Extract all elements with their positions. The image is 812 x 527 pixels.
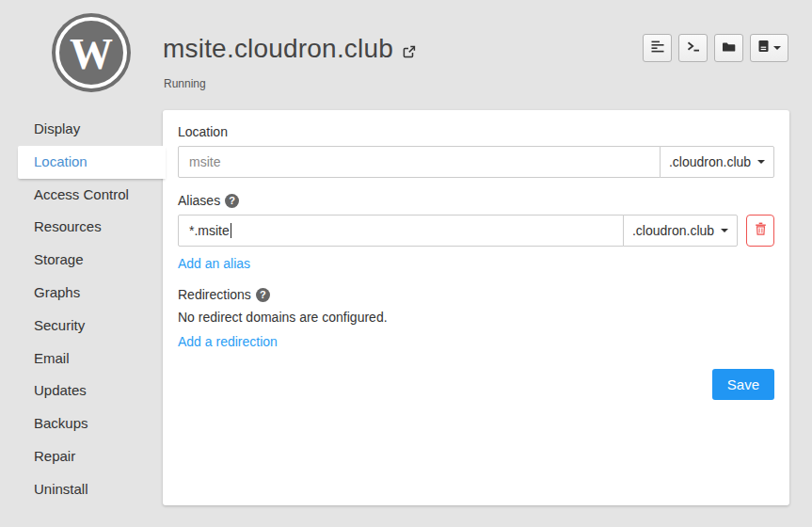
location-input-row: .cloudron.club [178, 146, 774, 178]
aliases-label: Aliases [178, 193, 220, 208]
alias-input[interactable]: *.msite [178, 215, 624, 247]
save-button[interactable]: Save [712, 369, 774, 400]
delete-alias-button[interactable] [746, 215, 774, 247]
redirections-empty-text: No redirect domains are configured. [178, 310, 774, 325]
status-badge: Running [164, 77, 206, 90]
caret-down-icon [721, 229, 728, 232]
sidebar-item-display[interactable]: Display [0, 113, 163, 146]
sidebar-item-resources[interactable]: Resources [0, 211, 163, 244]
redirections-label: Redirections [178, 287, 251, 302]
logs-icon [651, 40, 664, 56]
external-link-icon[interactable] [402, 36, 416, 66]
chevron-down-icon [773, 46, 781, 50]
book-icon [757, 40, 770, 56]
settings-sidebar: Display Location Access Control Resource… [0, 113, 163, 506]
terminal-button[interactable] [678, 34, 708, 62]
page-title: msite.cloudron.club [163, 34, 416, 66]
save-row: Save [178, 369, 774, 400]
add-redirection-link[interactable]: Add a redirection [178, 334, 278, 349]
file-manager-button[interactable] [714, 34, 743, 62]
sidebar-item-repair[interactable]: Repair [0, 440, 163, 473]
caret-down-icon [757, 160, 765, 164]
logs-button[interactable] [643, 34, 672, 62]
sidebar-item-updates[interactable]: Updates [0, 375, 163, 407]
location-domain-value: .cloudron.club [669, 154, 751, 169]
alias-input-value: *.msite [189, 223, 230, 238]
aliases-label-row: Aliases? [178, 193, 774, 208]
location-settings-panel: Location .cloudron.club Aliases? *.msite… [163, 110, 789, 505]
sidebar-item-security[interactable]: Security [0, 310, 163, 343]
text-cursor [231, 223, 231, 238]
alias-domain-value: .cloudron.club [632, 223, 714, 238]
add-alias-link[interactable]: Add an alias [178, 256, 250, 271]
folder-icon [722, 40, 736, 56]
aliases-help-icon[interactable]: ? [225, 194, 239, 208]
alias-input-row: *.msite .cloudron.club [178, 215, 774, 247]
location-label: Location [178, 124, 774, 139]
terminal-icon [687, 40, 700, 56]
wordpress-logo-letter: W [52, 13, 131, 92]
sidebar-item-location[interactable]: Location [18, 146, 166, 179]
redirections-label-row: Redirections? [178, 287, 774, 302]
location-input[interactable] [178, 146, 661, 178]
alias-domain-dropdown[interactable]: .cloudron.club [623, 215, 738, 247]
app-toolbar [643, 34, 788, 62]
app-domain-title: msite.cloudron.club [163, 34, 393, 64]
sidebar-item-uninstall[interactable]: Uninstall [0, 473, 163, 506]
trash-icon [755, 222, 767, 239]
wordpress-logo: W [52, 13, 131, 92]
location-domain-dropdown[interactable]: .cloudron.club [660, 146, 774, 178]
backup-menu-button[interactable] [750, 34, 788, 62]
redirections-help-icon[interactable]: ? [256, 288, 270, 302]
sidebar-item-backups[interactable]: Backups [0, 407, 163, 440]
sidebar-item-access-control[interactable]: Access Control [0, 179, 163, 212]
sidebar-item-storage[interactable]: Storage [0, 244, 163, 277]
sidebar-item-graphs[interactable]: Graphs [0, 277, 163, 310]
sidebar-item-email[interactable]: Email [0, 343, 163, 375]
